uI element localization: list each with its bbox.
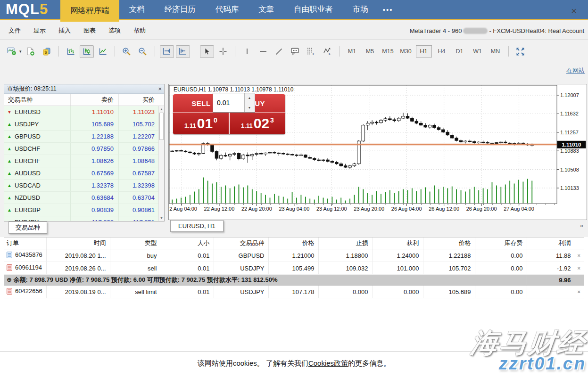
toolbar-separator (58, 46, 59, 57)
scroll-up-icon[interactable]: ▲ (159, 107, 164, 111)
orders-column-header[interactable]: 时间 (46, 238, 110, 249)
nav-tab-市场[interactable]: 市场 (343, 0, 378, 19)
zoom-in-button[interactable] (120, 45, 134, 58)
orders-column-header[interactable]: 订单 (4, 238, 46, 249)
chart-ohlc-header: EURUSD,H1 1.10978 1.11013 1.10978 1.1101… (174, 86, 293, 93)
market-watch-row-NZDUSD[interactable]: ▲NZDUSD0.636840.63704 (4, 192, 158, 204)
orders-column-header[interactable]: 获利 (372, 238, 423, 249)
market-watch-row-EURJPY[interactable]: ▲EURJPY117.838117.851 (4, 216, 158, 221)
orders-column-header[interactable]: 止损 (318, 238, 372, 249)
orders-column-header[interactable]: 交易品种 (214, 238, 268, 249)
market-watch-row-AUDUSD[interactable]: ▲AUDUSD0.675690.67587 (4, 167, 158, 180)
fullscreen-icon (516, 47, 525, 56)
timeframe-M30[interactable]: M30 (398, 45, 414, 57)
account-number-redacted (463, 28, 488, 34)
nav-tab-自由职业者[interactable]: 自由职业者 (284, 0, 343, 19)
nav-tab-文章[interactable]: 文章 (248, 0, 284, 19)
menu-插入[interactable]: 插入 (58, 26, 71, 35)
timeframe-H1[interactable]: H1 (416, 45, 432, 57)
timeframe-MN[interactable]: MN (488, 45, 504, 57)
volume-input[interactable] (213, 93, 244, 112)
menu-文件[interactable]: 文件 (8, 26, 21, 35)
timeframe-M15[interactable]: M15 (380, 45, 396, 57)
tab-symbols[interactable]: 交易品种 (8, 221, 47, 234)
line-chart-button[interactable] (96, 45, 110, 58)
volume-increment-icon[interactable]: ▲ (245, 93, 254, 103)
market-watch-row-USDJPY[interactable]: ▲USDJPY105.689105.702 (4, 118, 158, 131)
mql5-logo[interactable]: MQL5 (6, 1, 48, 18)
crosshair-button[interactable] (216, 45, 230, 58)
column-bid[interactable]: 卖价 (70, 94, 118, 106)
nav-tab-经济日历[interactable]: 经济日历 (155, 0, 206, 19)
nav-tab-文档[interactable]: 文档 (119, 0, 155, 19)
close-order-button[interactable]: × (575, 286, 584, 298)
scrollbar-thumb[interactable] (159, 113, 164, 140)
new-template-button[interactable] (24, 45, 38, 58)
volume-decrement-icon[interactable]: ▼ (245, 103, 254, 113)
scroll-down-icon[interactable]: ▼ (159, 216, 164, 220)
market-watch-row-EURUSD[interactable]: ▼EURUSD1.110101.11023 (4, 106, 158, 118)
orders-column-close (575, 238, 584, 249)
vertical-line-button[interactable] (240, 45, 254, 58)
auto-scroll-button[interactable] (160, 45, 174, 58)
orders-column-header[interactable]: 类型 (110, 238, 161, 249)
order-row-60422656[interactable]: 604226562019.08.19 0...sell limit0.01USD… (4, 286, 584, 298)
new-chart-button[interactable] (5, 45, 19, 58)
fullscreen-button[interactable] (513, 45, 528, 58)
timeframe-H4[interactable]: H4 (434, 45, 450, 57)
nav-tab-more[interactable]: ••• (378, 0, 398, 19)
order-row-60961194[interactable]: 609611942019.08.26 0...sell0.01USDJPY105… (4, 262, 584, 275)
order-tp: 101.000 (372, 262, 423, 275)
nav-tab-网络程序端[interactable]: 网络程序端 (60, 0, 119, 22)
fibonacci-button[interactable]: F (304, 45, 318, 58)
column-ask[interactable]: 买价 (118, 94, 158, 106)
bar-chart-button[interactable] (64, 45, 78, 58)
column-symbol[interactable]: 交易品种 (4, 96, 70, 104)
market-watch-row-USDCAD[interactable]: ▲USDCAD1.323781.32398 (4, 180, 158, 192)
menu-选项[interactable]: 选项 (108, 26, 121, 35)
tabs-overflow-chevron[interactable]: » (580, 222, 583, 229)
market-watch-close-button[interactable]: × (158, 85, 162, 93)
elliott-wave-button[interactable]: E (320, 45, 334, 58)
timeframe-M1[interactable]: M1 (344, 45, 360, 57)
zoom-out-button[interactable] (136, 45, 150, 58)
trend-line-button[interactable] (272, 45, 286, 58)
cookies-policy-link[interactable]: Cookies政策 (308, 359, 348, 367)
orders-column-header[interactable]: 利润 (527, 238, 575, 249)
orders-column-header[interactable]: 价格 (268, 238, 318, 249)
orders-column-header[interactable]: 库存费 (475, 238, 527, 249)
tab-chart-eurusd-h1[interactable]: EURUSD, H1 (170, 220, 224, 232)
buy-price[interactable]: 1.11 02 3 (230, 113, 285, 134)
on-website-link[interactable]: 在网站 (566, 66, 585, 75)
market-watch-row-GBPUSD[interactable]: ▲GBPUSD1.221881.22207 (4, 131, 158, 143)
cursor-button[interactable] (200, 45, 214, 58)
horizontal-line-button[interactable] (256, 45, 270, 58)
menu-帮助[interactable]: 帮助 (133, 26, 146, 35)
timeframe-M5[interactable]: M5 (362, 45, 378, 57)
new-chart-dropdown-caret[interactable]: ▾ (19, 49, 22, 54)
menu-显示[interactable]: 显示 (33, 26, 46, 35)
order-row-60435876[interactable]: 604358762019.08.20 1...buy0.01GBPUSD1.21… (4, 249, 584, 262)
order-symbol: USDJPY (214, 286, 268, 298)
timeframe-D1[interactable]: D1 (452, 45, 468, 57)
ask-price: 117.851 (118, 216, 158, 221)
sell-price[interactable]: 1.11 01 0 (173, 113, 229, 134)
text-label-button[interactable] (288, 45, 302, 58)
menu-图表[interactable]: 图表 (83, 26, 96, 35)
orders-column-header[interactable]: 大小 (161, 238, 214, 249)
terminal-menubar: 文件显示插入图表选项帮助 MetaTrader 4 - 960 - FXCM-U… (0, 22, 588, 40)
close-order-button[interactable]: × (575, 249, 584, 262)
fibonacci-icon: F (306, 47, 315, 56)
close-order-button[interactable]: × (575, 262, 584, 275)
market-watch-row-EURCHF[interactable]: ▲EURCHF1.086261.08648 (4, 155, 158, 167)
nav-tab-代码库[interactable]: 代码库 (206, 0, 249, 19)
market-watch-row-EURGBP[interactable]: ▲EURGBP0.908390.90861 (4, 204, 158, 216)
market-watch-row-USDCHF[interactable]: ▲USDCHF0.978500.97866 (4, 143, 158, 155)
candlestick-chart-button[interactable] (80, 45, 94, 58)
timeframe-W1[interactable]: W1 (470, 45, 486, 57)
chart-shift-button[interactable] (176, 45, 190, 58)
symbols-button[interactable]: $ (40, 45, 54, 58)
cookie-close-button[interactable]: × (571, 6, 577, 16)
orders-column-header[interactable]: 价格 (423, 238, 475, 249)
market-watch-scrollbar[interactable]: ▲ ▼ (158, 106, 164, 221)
